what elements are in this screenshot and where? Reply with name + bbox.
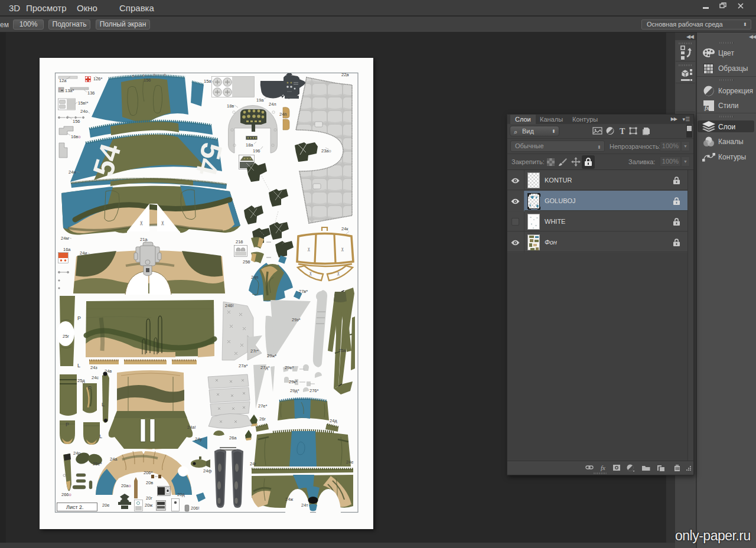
svg-text:206!: 206! (191, 505, 200, 511)
svg-text:29ж*: 29ж* (267, 353, 276, 358)
svg-text:24в: 24в (105, 368, 112, 374)
svg-text:266o: 266o (61, 492, 71, 497)
svg-text:16вo: 16вo (71, 134, 81, 139)
svg-text:20аo: 20аo (121, 483, 131, 488)
svg-text:25г: 25г (63, 334, 69, 339)
svg-text:24и: 24и (80, 250, 87, 256)
svg-text:15a: 15a (204, 79, 211, 84)
svg-text:Лист 2.: Лист 2. (66, 504, 84, 510)
svg-text:27в*: 27в* (299, 289, 308, 294)
svg-text:27д*: 27д* (260, 365, 270, 370)
svg-text:156: 156 (73, 119, 80, 124)
svg-text:246!: 246! (225, 303, 234, 308)
svg-text:23ao: 23ao (321, 148, 331, 154)
svg-text:29з*: 29з* (292, 317, 301, 322)
svg-text:18в: 18в (227, 103, 234, 109)
svg-text:29д*: 29д* (290, 388, 299, 393)
svg-text:✂: ✂ (306, 247, 312, 252)
svg-text:20д: 20д (177, 492, 185, 497)
svg-text:20в: 20в (146, 480, 153, 485)
svg-text:216: 216 (236, 239, 243, 244)
svg-text:26a: 26a (229, 435, 237, 441)
svg-text:✂: ✂ (308, 271, 314, 276)
svg-text:24ф: 24ф (203, 468, 212, 474)
svg-text:22a: 22a (341, 72, 349, 77)
svg-text:13a*: 13a* (65, 88, 74, 93)
svg-text:24л: 24л (269, 102, 276, 107)
svg-text:✂: ✂ (340, 247, 346, 252)
svg-text:256: 256 (243, 259, 250, 265)
svg-text:24п: 24п (279, 112, 286, 117)
svg-text:24к: 24к (341, 226, 348, 231)
svg-text:15в!*: 15в!* (78, 100, 88, 106)
svg-text:24o: 24o (80, 109, 88, 114)
svg-text:126*: 126* (93, 76, 103, 81)
svg-text:27е*: 27е* (258, 403, 268, 409)
svg-text:25a: 25a (338, 348, 346, 353)
svg-text:276*: 276* (309, 388, 319, 393)
svg-text:L: L (77, 363, 80, 368)
svg-text:✂: ✂ (138, 221, 145, 226)
svg-text:24ж: 24ж (285, 497, 293, 502)
svg-text:29е*: 29е* (285, 365, 294, 370)
svg-text:26г: 26г (259, 416, 266, 422)
svg-text:24д: 24д (330, 418, 337, 423)
svg-text:206*: 206* (144, 470, 153, 475)
svg-text:29к*: 29к* (289, 379, 298, 384)
svg-text:24с: 24с (92, 375, 99, 380)
svg-text:24р: 24р (73, 451, 81, 456)
svg-text:21a: 21a (140, 237, 148, 242)
svg-text:27г*: 27г* (250, 348, 259, 354)
svg-text:T: T (620, 127, 625, 136)
svg-text:20е: 20е (102, 503, 110, 508)
svg-text:196: 196 (253, 148, 260, 154)
svg-text:P: P (88, 385, 92, 391)
svg-text:24н: 24н (69, 169, 76, 175)
svg-text:24з: 24з (90, 365, 97, 370)
svg-text:✂: ✂ (335, 271, 341, 276)
svg-text:fx: fx (601, 464, 605, 471)
svg-text:12a: 12a (59, 78, 67, 83)
svg-text:25д: 25д (77, 378, 85, 383)
svg-text:24е: 24е (346, 459, 354, 465)
svg-text:L: L (99, 433, 102, 439)
svg-text:19a: 19a (256, 97, 264, 103)
svg-text:fx: fx (705, 104, 709, 111)
svg-text:24п: 24п (251, 275, 258, 280)
svg-text:24у: 24у (195, 436, 202, 442)
svg-text:24т: 24т (301, 503, 308, 508)
svg-text:136: 136 (87, 90, 95, 96)
svg-text:24a: 24a (110, 456, 118, 462)
svg-text:20ж: 20ж (145, 503, 152, 508)
svg-text:18a: 18a (246, 142, 253, 148)
svg-text:P: P (66, 422, 69, 428)
svg-text:24a!: 24a! (187, 425, 196, 430)
svg-text:20г: 20г (146, 495, 152, 501)
svg-text:P: P (77, 315, 81, 321)
svg-text:✂: ✂ (159, 221, 166, 226)
svg-text:24г: 24г (250, 461, 256, 467)
svg-text:156: 156 (144, 77, 151, 83)
svg-text:27a*: 27a* (239, 363, 248, 368)
svg-text:L: L (102, 402, 105, 407)
svg-text:24м: 24м (61, 236, 69, 241)
svg-text:25е*: 25е* (93, 461, 102, 467)
